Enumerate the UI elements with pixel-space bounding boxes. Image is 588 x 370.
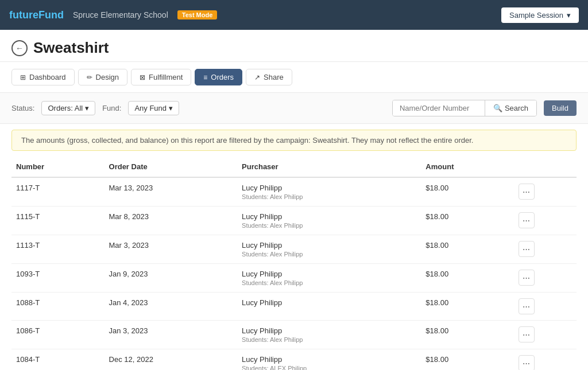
cell-amount: $18.00 [421,321,513,349]
cell-purchaser: Lucy Philipp Students: ALEX Philipp [237,349,421,371]
build-label: Build [552,104,568,112]
tab-design-label: Design [96,73,119,81]
cell-amount: $18.00 [421,207,513,235]
cell-amount: $18.00 [421,177,513,207]
cell-action: ⋯ [514,293,577,321]
cell-date: Jan 3, 2023 [105,321,238,349]
cell-purchaser: Lucy Philipp Students: Alex Philipp [237,321,421,349]
cell-action: ⋯ [514,349,577,371]
cell-purchaser: Lucy Philipp [237,293,421,321]
fulfillment-icon: ⊠ [140,73,145,81]
filters-bar: Status: Orders: All ▾ Fund: Any Fund ▾ 🔍… [0,93,588,124]
tab-dashboard[interactable]: ⊞ Dashboard [11,69,75,85]
tab-dashboard-label: Dashboard [29,73,66,81]
tab-fulfillment[interactable]: ⊠ Fulfillment [131,69,191,85]
tab-share-label: Share [264,73,284,81]
search-label: Search [505,104,528,112]
row-action-button[interactable]: ⋯ [519,241,535,257]
cell-action: ⋯ [514,264,577,293]
app-header: futureFund Spruce Elementary School Test… [0,0,588,30]
cell-amount: $18.00 [421,235,513,264]
share-icon: ↗ [254,73,260,81]
status-label: Status: [11,104,34,112]
dropdown-arrow-icon: ▾ [567,11,571,20]
row-action-button[interactable]: ⋯ [519,355,535,370]
cell-number: 1088-T [11,293,105,321]
warning-banner: The amounts (gross, collected, and balan… [11,130,577,151]
row-action-button[interactable]: ⋯ [519,270,535,286]
header-left: futureFund Spruce Elementary School Test… [9,9,217,21]
purchaser-name: Lucy Philipp [242,298,416,307]
back-button[interactable]: ← [11,40,28,56]
design-icon: ✏ [87,73,92,81]
tab-design[interactable]: ✏ Design [78,69,127,85]
sample-session-button[interactable]: Sample Session ▾ [501,7,579,23]
purchaser-name: Lucy Philipp [242,355,416,364]
purchaser-name: Lucy Philipp [242,326,416,335]
status-dropdown-icon: ▾ [85,104,89,112]
cell-purchaser: Lucy Philipp Students: Alex Philipp [237,264,421,293]
cell-date: Mar 13, 2023 [105,177,238,207]
purchaser-name: Lucy Philipp [242,270,416,278]
purchaser-students: Students: Alex Philipp [242,336,416,343]
school-name: Spruce Elementary School [73,10,168,20]
cell-number: 1117-T [11,177,105,207]
sample-session-label: Sample Session [509,11,563,20]
cell-number: 1093-T [11,264,105,293]
tab-orders[interactable]: ≡ Orders [195,69,242,85]
row-action-button[interactable]: ⋯ [519,212,535,228]
cell-action: ⋯ [514,235,577,264]
table-row: 1117-T Mar 13, 2023 Lucy Philipp Student… [11,177,577,207]
dashboard-icon: ⊞ [20,73,26,81]
fund-dropdown-icon: ▾ [169,104,173,112]
cell-date: Jan 4, 2023 [105,293,238,321]
cell-purchaser: Lucy Philipp Students: Alex Philipp [237,235,421,264]
purchaser-students: Students: Alex Philipp [242,251,416,258]
build-button[interactable]: Build [544,100,577,116]
orders-table-wrap: Number Order Date Purchaser Amount 1117-… [0,157,588,370]
cell-amount: $18.00 [421,264,513,293]
col-order-date: Order Date [105,157,238,177]
row-action-button[interactable]: ⋯ [519,184,535,200]
cell-number: 1115-T [11,207,105,235]
logo: futureFund [9,9,64,21]
table-row: 1115-T Mar 8, 2023 Lucy Philipp Students… [11,207,577,235]
cell-amount: $18.00 [421,293,513,321]
purchaser-students: Students: Alex Philipp [242,193,416,200]
tab-fulfillment-label: Fulfillment [149,73,183,81]
fund-value: Any Fund [134,104,167,112]
table-row: 1093-T Jan 9, 2023 Lucy Philipp Students… [11,264,577,293]
logo-text: futureFund [9,9,64,21]
status-dropdown[interactable]: Orders: All ▾ [41,101,95,115]
cell-purchaser: Lucy Philipp Students: Alex Philipp [237,177,421,207]
tab-share[interactable]: ↗ Share [246,69,292,85]
orders-icon: ≡ [203,73,207,81]
row-action-button[interactable]: ⋯ [519,298,535,314]
fund-dropdown[interactable]: Any Fund ▾ [128,101,179,115]
search-icon: 🔍 [493,104,502,112]
cell-action: ⋯ [514,321,577,349]
page-title: Sweatshirt [33,39,109,57]
table-row: 1086-T Jan 3, 2023 Lucy Philipp Students… [11,321,577,349]
col-number: Number [11,157,105,177]
purchaser-name: Lucy Philipp [242,184,416,192]
purchaser-name: Lucy Philipp [242,212,416,221]
col-amount: Amount [421,157,513,177]
cell-date: Mar 8, 2023 [105,207,238,235]
purchaser-name: Lucy Philipp [242,241,416,250]
search-input-wrap: 🔍 Search [392,100,537,116]
orders-table: Number Order Date Purchaser Amount 1117-… [11,157,577,370]
search-button[interactable]: 🔍 Search [485,100,536,116]
cell-action: ⋯ [514,177,577,207]
purchaser-students: Students: Alex Philipp [242,279,416,286]
cell-number: 1084-T [11,349,105,371]
row-action-button[interactable]: ⋯ [519,326,535,342]
cell-date: Jan 9, 2023 [105,264,238,293]
cell-purchaser: Lucy Philipp Students: Alex Philipp [237,207,421,235]
warning-text: The amounts (gross, collected, and balan… [21,136,473,145]
table-row: 1088-T Jan 4, 2023 Lucy Philipp $18.00 ⋯ [11,293,577,321]
fund-label: Fund: [102,104,121,112]
table-header: Number Order Date Purchaser Amount [11,157,577,177]
status-value: Orders: All [48,104,83,112]
search-input[interactable] [393,100,485,116]
